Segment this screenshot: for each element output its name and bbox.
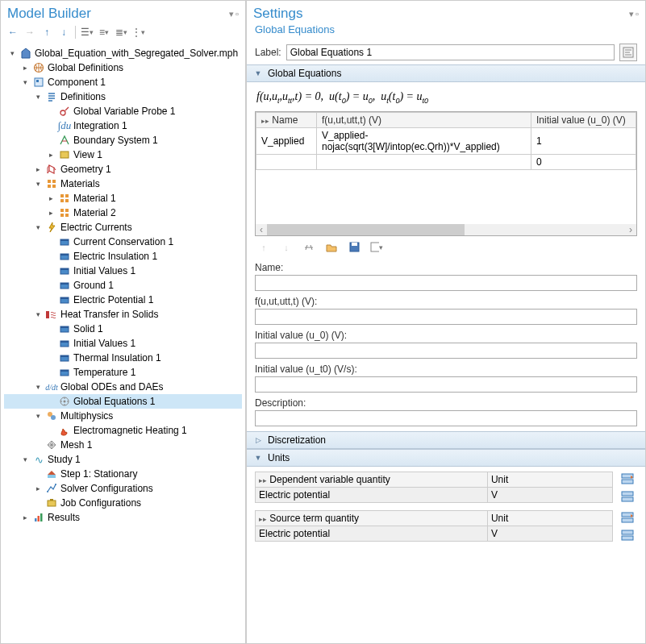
tree-node[interactable]: Current Conservation 1 xyxy=(4,235,242,249)
expand-icon[interactable]: ▸ xyxy=(33,164,43,174)
back-icon[interactable]: ← xyxy=(6,25,20,39)
move-down-icon[interactable]: ↓ xyxy=(280,241,293,254)
expand-icon[interactable]: ▸ xyxy=(20,63,30,73)
save-icon[interactable] xyxy=(348,241,361,254)
model-tree[interactable]: ▾Global_Equation_with_Segregated_Solver.… xyxy=(1,44,245,643)
expand-icon[interactable] xyxy=(46,266,56,276)
define-unit-icon[interactable] xyxy=(620,489,635,504)
open-icon[interactable] xyxy=(325,241,338,254)
minimize-icon[interactable]: ▾ xyxy=(629,9,634,19)
source-term-table[interactable]: ▸▸ Source term quantityUnit Electric pot… xyxy=(255,510,613,542)
expand-icon[interactable]: ▾ xyxy=(33,310,43,319)
expand-icon[interactable]: ▾ xyxy=(33,179,43,189)
tree-node[interactable]: Initial Values 1 xyxy=(4,264,242,278)
expand-icon[interactable] xyxy=(46,295,56,305)
define-unit-icon[interactable] xyxy=(620,528,635,542)
tree-node[interactable]: ▸Global Definitions xyxy=(4,60,242,75)
menu-icon[interactable]: ▫ xyxy=(636,9,639,19)
down-icon[interactable]: ↓ xyxy=(56,25,71,39)
expand-icon[interactable]: ▸ xyxy=(33,484,43,493)
tree-node[interactable]: ∫duIntegration 1 xyxy=(4,118,242,133)
section-global-equations-header[interactable]: ▼ Global Equations xyxy=(247,64,645,82)
expand-icon[interactable]: ▸ xyxy=(46,193,56,203)
tree-node[interactable]: Step 1: Stationary xyxy=(4,467,242,481)
tree-node[interactable]: ▾Multiphysics xyxy=(4,409,242,423)
expand-icon[interactable]: ▾ xyxy=(33,382,43,392)
expand-icon[interactable]: ▾ xyxy=(33,222,43,232)
expand-icon[interactable]: ▾ xyxy=(33,92,43,102)
expand-icon[interactable] xyxy=(46,368,56,377)
tree-node[interactable]: Electromagnetic Heating 1 xyxy=(4,423,242,438)
section-discretization-header[interactable]: ▷ Discretization xyxy=(247,431,645,449)
expand-icon[interactable]: ▾ xyxy=(20,77,30,87)
expand-icon[interactable] xyxy=(46,397,56,406)
clear-icon[interactable]: ▾ xyxy=(370,241,383,254)
tree-node[interactable]: ▸View 1 xyxy=(4,147,242,162)
tree-node[interactable]: Global Variable Probe 1 xyxy=(4,104,242,118)
expand-icon[interactable] xyxy=(33,469,43,479)
tree-node[interactable]: Ground 1 xyxy=(4,278,242,293)
tree-node[interactable]: ▾d/dtGlobal ODEs and DAEs xyxy=(4,380,242,394)
expand-icon[interactable] xyxy=(46,251,56,261)
tree-node[interactable]: ▾Materials xyxy=(4,177,242,191)
menu-icon[interactable]: ▫ xyxy=(235,9,239,19)
ivt0-input[interactable] xyxy=(255,376,637,393)
expand-icon[interactable]: ≣▾ xyxy=(114,25,128,39)
expand-icon[interactable]: ▸ xyxy=(46,208,56,218)
tree-node[interactable]: Initial Values 1 xyxy=(4,336,242,351)
delete-icon[interactable] xyxy=(302,241,315,254)
dv-quantity[interactable]: Electric potential xyxy=(256,487,488,502)
collapse-icon[interactable]: ≡▾ xyxy=(97,25,111,39)
show-equation-view-button[interactable] xyxy=(619,44,637,61)
tree-node[interactable]: Thermal Insulation 1 xyxy=(4,351,242,365)
tree-node[interactable]: ▸Results xyxy=(4,510,242,525)
tree-node[interactable]: Electric Potential 1 xyxy=(4,293,242,307)
expand-icon[interactable] xyxy=(46,237,56,247)
expand-icon[interactable]: ▸ xyxy=(20,513,30,522)
tree-node[interactable]: ▸Material 1 xyxy=(4,191,242,206)
tree-node[interactable]: ▾Electric Currents xyxy=(4,220,242,235)
tree-node[interactable]: Mesh 1 xyxy=(4,438,242,452)
expand-icon[interactable] xyxy=(46,280,56,290)
tree-node[interactable]: ▸Material 2 xyxy=(4,206,242,220)
tree-node[interactable]: Electric Insulation 1 xyxy=(4,249,242,264)
section-units-header[interactable]: ▼ Units xyxy=(247,449,645,467)
tree-node[interactable]: Boundary System 1 xyxy=(4,133,242,147)
tree-node[interactable]: ▾Global_Equation_with_Segregated_Solver.… xyxy=(4,46,242,60)
dv-unit[interactable]: V xyxy=(487,487,612,502)
expand-icon[interactable] xyxy=(46,106,56,116)
move-up-icon[interactable]: ↑ xyxy=(257,241,270,254)
minimize-icon[interactable]: ▾ xyxy=(229,9,234,19)
expand-icon[interactable]: ▸ xyxy=(46,150,56,160)
dependent-variable-table[interactable]: ▸▸ Dependent variable quantityUnit Elect… xyxy=(255,472,613,503)
forward-icon[interactable]: → xyxy=(23,25,37,39)
tree-node[interactable]: Job Configurations xyxy=(4,496,242,510)
iv0-input[interactable] xyxy=(255,343,637,359)
table-row[interactable]: V_appliedV_applied-nojac(sqrt(3[W]/intop… xyxy=(256,127,636,154)
more-icon[interactable]: ⋮▾ xyxy=(131,25,145,39)
select-quantity-icon[interactable] xyxy=(620,472,635,486)
expand-icon[interactable] xyxy=(46,135,56,145)
tree-node[interactable]: Temperature 1 xyxy=(4,365,242,380)
tree-node[interactable]: ▾Heat Transfer in Solids xyxy=(4,307,242,322)
expand-icon[interactable] xyxy=(46,353,56,363)
tree-node[interactable]: ▾Definitions xyxy=(4,89,242,104)
expand-icon[interactable]: ▾ xyxy=(20,455,30,464)
show-icon[interactable]: ☰▾ xyxy=(80,25,94,39)
up-icon[interactable]: ↑ xyxy=(40,25,54,39)
expand-icon[interactable] xyxy=(46,121,56,131)
expand-icon[interactable] xyxy=(33,440,43,450)
name-input[interactable] xyxy=(255,275,637,291)
f-input[interactable] xyxy=(255,309,637,325)
expand-icon[interactable] xyxy=(46,426,56,435)
tree-node[interactable]: Global Equations 1 xyxy=(4,394,242,409)
expand-icon[interactable] xyxy=(46,339,56,348)
tree-node[interactable]: ▾Component 1 xyxy=(4,75,242,89)
expand-icon[interactable]: ▾ xyxy=(33,411,43,421)
desc-input[interactable] xyxy=(255,410,637,426)
table-h-scrollbar[interactable]: ‹ › xyxy=(256,224,636,235)
table-row[interactable]: 0 xyxy=(256,154,636,169)
st-unit[interactable]: V xyxy=(487,526,612,541)
expand-icon[interactable]: ▾ xyxy=(7,48,17,58)
tree-node[interactable]: ▸Geometry 1 xyxy=(4,162,242,177)
